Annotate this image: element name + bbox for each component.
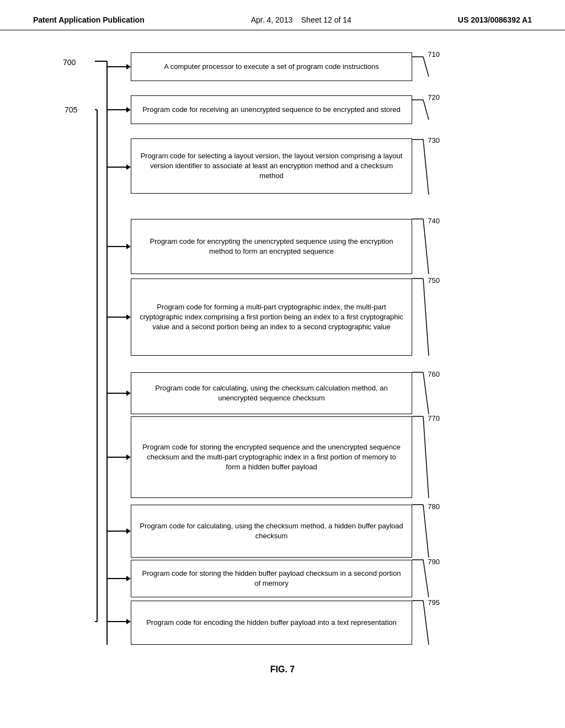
label-700: 700 (63, 58, 76, 67)
box-760: Program code for calculating, using the … (131, 372, 412, 414)
svg-line-31 (423, 140, 429, 195)
box-795-wrapper: Program code for encoding the hidden buf… (131, 601, 412, 645)
box-720-wrapper: Program code for receiving an unencrypte… (131, 95, 412, 124)
svg-marker-2 (126, 64, 131, 69)
svg-line-33 (423, 219, 429, 274)
box-720: Program code for receiving an unencrypte… (131, 95, 412, 124)
label-710: 710 (428, 50, 440, 58)
svg-marker-18 (126, 576, 131, 581)
svg-line-27 (423, 57, 429, 77)
svg-line-45 (423, 601, 429, 645)
box-710-wrapper: A computer processor to execute a set of… (131, 52, 412, 81)
box-795: Program code for encoding the hidden buf… (131, 601, 412, 645)
box-740: Program code for encrypting the unencryp… (131, 219, 412, 274)
svg-marker-16 (126, 528, 131, 534)
box-790-wrapper: Program code for storing the hidden buff… (131, 560, 412, 597)
box-750-wrapper: Program code for forming a multi-part cr… (131, 279, 412, 356)
box-710: A computer processor to execute a set of… (131, 52, 412, 81)
sheet-label: Sheet 12 of 14 (301, 15, 351, 24)
date-label: Apr. 4, 2013 (251, 15, 293, 24)
svg-marker-20 (126, 619, 131, 624)
flowchart: 700 705 A computer processor to execute … (95, 52, 470, 648)
label-790: 790 (428, 558, 440, 566)
box-780: Program code for calculating, using the … (131, 505, 412, 558)
svg-marker-14 (126, 454, 131, 460)
label-795: 795 (428, 598, 440, 607)
svg-marker-10 (126, 314, 131, 320)
diagram-area: 700 705 A computer processor to execute … (0, 30, 565, 691)
svg-line-41 (423, 505, 429, 558)
svg-marker-12 (126, 390, 131, 396)
svg-marker-4 (126, 107, 131, 113)
label-705: 705 (65, 105, 77, 114)
box-790: Program code for storing the hidden buff… (131, 560, 412, 597)
svg-line-29 (423, 100, 429, 120)
box-770: Program code for storing the encrypted s… (131, 416, 412, 498)
page: Patent Application Publication Apr. 4, 2… (0, 0, 565, 728)
figure-caption: FIG. 7 (270, 665, 295, 675)
svg-line-37 (423, 372, 429, 414)
label-720: 720 (428, 93, 440, 101)
label-750: 750 (428, 276, 440, 285)
box-760-wrapper: Program code for calculating, using the … (131, 372, 412, 414)
svg-line-39 (423, 416, 429, 498)
label-730: 730 (428, 136, 440, 144)
box-770-wrapper: Program code for storing the encrypted s… (131, 416, 412, 498)
box-750: Program code for forming a multi-part cr… (131, 279, 412, 356)
label-760: 760 (428, 370, 440, 378)
patent-number: US 2013/0086392 A1 (458, 15, 532, 24)
svg-line-35 (423, 279, 429, 356)
publication-label: Patent Application Publication (33, 15, 145, 24)
label-740: 740 (428, 217, 440, 225)
box-740-wrapper: Program code for encrypting the unencryp… (131, 219, 412, 274)
page-header: Patent Application Publication Apr. 4, 2… (0, 0, 565, 30)
svg-marker-6 (126, 164, 131, 170)
sheet-info: Apr. 4, 2013 Sheet 12 of 14 (251, 15, 351, 24)
box-730: Program code for selecting a layout vers… (131, 138, 412, 194)
svg-marker-8 (126, 244, 131, 249)
label-770: 770 (428, 414, 440, 422)
box-730-wrapper: Program code for selecting a layout vers… (131, 138, 412, 194)
label-780: 780 (428, 502, 440, 511)
box-780-wrapper: Program code for calculating, using the … (131, 505, 412, 558)
